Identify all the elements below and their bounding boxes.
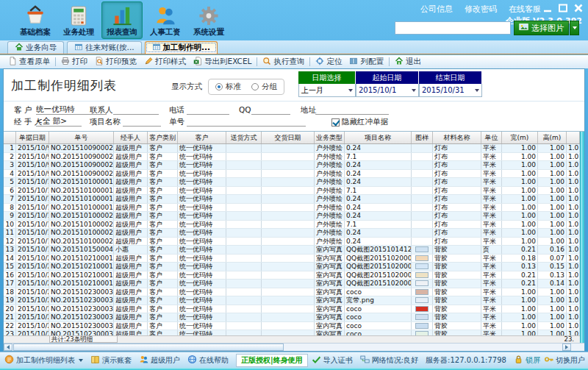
- scroll-right-arrow[interactable]: [562, 344, 571, 351]
- table-row[interactable]: 52015/10/10NO.201510100001超级用户客户统一优玛特户外喷…: [4, 178, 584, 187]
- date-dropdown-1[interactable]: 上一月: [298, 84, 356, 97]
- table-row[interactable]: 132015/10/15NO.201510150004小惠客户统一优玛特室内写真…: [4, 246, 584, 255]
- date-dropdown-2[interactable]: 2015/10/1: [356, 84, 419, 97]
- toolbar-button-5[interactable]: 导出到EXCEL: [190, 56, 255, 68]
- toolbar-button-4[interactable]: 打印样式: [140, 56, 190, 68]
- statusbar-item-7[interactable]: 网络情况:良好: [360, 355, 418, 366]
- tab-2[interactable]: 往来对账(按...: [67, 41, 142, 54]
- titlebar-link-3[interactable]: 在线客服: [509, 4, 541, 15]
- statusbar-item-4[interactable]: 在线帮助: [187, 355, 229, 366]
- table-row[interactable]: 72015/10/10NO.201510100001超级用户客户统一优玛特户外喷…: [4, 195, 584, 204]
- grid-cell: 背胶: [433, 330, 481, 335]
- table-row[interactable]: 22015/10/9NO.201510090002超级用户客户统一优玛特户外喷绘…: [4, 153, 584, 162]
- table-row[interactable]: 42015/10/9NO.201510090002超级用户客户统一优玛特户外喷绘…: [4, 170, 584, 179]
- grid-header-cell[interactable]: [567, 132, 580, 143]
- nav-item-2[interactable]: 业务处理: [58, 1, 99, 39]
- filter-input[interactable]: <全 部>: [36, 116, 82, 127]
- table-row[interactable]: 172015/10/21NO.201510210001超级用户客户统一优玛特室内…: [4, 280, 584, 288]
- grid-cell: 客户: [148, 144, 178, 152]
- toolbar-button-9[interactable]: 退出: [391, 56, 425, 68]
- grid-header-cell[interactable]: 图样: [412, 132, 433, 143]
- toolbar-button-2[interactable]: 打印: [57, 56, 91, 68]
- toolbar-button-1[interactable]: 查看原单: [4, 56, 54, 68]
- horizontal-scroll-thumb[interactable]: [13, 344, 284, 351]
- table-row[interactable]: 222015/10/23NO.201510230003超级用户客户统一优玛特室内…: [4, 322, 584, 331]
- titlebar-link-2[interactable]: 修改密码: [465, 4, 497, 15]
- grid-header-cell[interactable]: 材料名称: [433, 132, 481, 143]
- table-row[interactable]: 112015/10/10NO.201510100002超级用户客户统一优玛特户外…: [4, 229, 584, 238]
- grid-header-cell[interactable]: 客户类别: [148, 132, 178, 143]
- statusbar-item-1[interactable]: 加工制作明细列表: [4, 355, 83, 366]
- table-row[interactable]: 142015/10/21NO.201510210001超级用户客户统一优玛特室内…: [4, 255, 584, 263]
- filter-input[interactable]: [123, 116, 161, 127]
- grid-header-cell[interactable]: [4, 132, 16, 143]
- grid-header-cell[interactable]: 客户: [178, 132, 226, 143]
- table-row[interactable]: 32015/10/9NO.201510090002超级用户客户统一优玛特户外喷绘…: [4, 161, 584, 170]
- table-row[interactable]: 92015/10/10NO.201510100002超级用户客户统一优玛特户外喷…: [4, 212, 584, 221]
- grid-cell: 2015/10/23: [16, 313, 49, 321]
- statusbar-item-3[interactable]: 超级用户: [139, 355, 180, 366]
- hide-red-checkbox[interactable]: 隐藏红冲单据: [331, 117, 388, 127]
- titlebar-link-1[interactable]: 公司信息: [420, 4, 453, 15]
- table-row[interactable]: 82015/10/10NO.201510100001超级用户客户统一优玛特户外喷…: [4, 204, 584, 213]
- statusbar-item-10[interactable]: 切换用户: [544, 355, 585, 366]
- tab-3[interactable]: 加工制作明...: [145, 41, 218, 54]
- nav-item-5[interactable]: 系统设置: [188, 1, 229, 39]
- grid-cell: 15: [4, 263, 16, 271]
- display-mode-radio-标准[interactable]: 标准: [215, 82, 241, 92]
- grid-cell: 1: [4, 144, 16, 152]
- grid-header-cell[interactable]: 业务类型: [315, 132, 345, 143]
- table-row[interactable]: 212015/10/23NO.201510230003超级用户客户统一优玛特室内…: [4, 313, 584, 322]
- filter-input[interactable]: [113, 104, 159, 115]
- table-row[interactable]: 12015/10/9NO.201510090002超级用户客户统一优玛特户外喷绘…: [4, 144, 584, 153]
- toolbar-button-3[interactable]: 打印预览: [91, 56, 140, 68]
- table-row[interactable]: 182015/10/23NO.201510230003超级用户客户统一优玛特室内…: [4, 288, 584, 297]
- filter-input[interactable]: [315, 104, 389, 115]
- nav-item-4[interactable]: 人事工资: [145, 1, 186, 39]
- table-row[interactable]: 152015/10/21NO.201510210001超级用户客户统一优玛特室内…: [4, 263, 584, 271]
- grid-cell: 0.07: [538, 255, 567, 263]
- nav-item-1[interactable]: 基础档案: [15, 1, 56, 39]
- filter-input[interactable]: [187, 116, 306, 127]
- table-row[interactable]: 162015/10/21NO.201510210001超级用户客户统一优玛特室内…: [4, 271, 584, 280]
- grid-header-cell[interactable]: 单据日期: [16, 132, 49, 143]
- table-row[interactable]: 62015/10/10NO.201510100001超级用户客户统一优玛特户外喷…: [4, 187, 584, 196]
- table-row[interactable]: 202015/10/23NO.201510230003超级用户客户统一优玛特室内…: [4, 305, 584, 314]
- grid-header-cell[interactable]: 项目名称: [345, 132, 412, 143]
- statusbar-item-6[interactable]: 导入证书: [312, 355, 353, 366]
- table-row[interactable]: 232015/10/23NO.201510230003超级用户客户统一优玛特室内…: [4, 330, 584, 335]
- maximize-button[interactable]: [557, 2, 569, 13]
- statusbar-item-9[interactable]: 锁屏: [514, 355, 540, 366]
- grid-header-cell[interactable]: 单位: [481, 132, 502, 143]
- horizontal-scrollbar[interactable]: [4, 343, 584, 351]
- grid-cell: 平米: [481, 271, 502, 280]
- toolbar-button-6[interactable]: 执行查询: [259, 56, 308, 68]
- statusbar-item-2[interactable]: 演示账套: [90, 355, 132, 366]
- table-row[interactable]: 122015/10/10NO.201510100002超级用户客户统一优玛特户外…: [4, 238, 584, 246]
- nav-item-3[interactable]: 报表查询: [101, 1, 143, 39]
- table-row[interactable]: 102015/10/10NO.201510100002超级用户客户统一优玛特户外…: [4, 221, 584, 230]
- filter-input[interactable]: [187, 104, 229, 115]
- minimize-button[interactable]: [542, 2, 553, 13]
- scroll-left-arrow[interactable]: [4, 344, 12, 351]
- pick-image-dropdown[interactable]: [570, 21, 579, 35]
- statusbar-item-5[interactable]: 正版授权|终身使用: [236, 354, 308, 367]
- date-dropdown-3[interactable]: 2015/10/31: [419, 84, 482, 97]
- image-path-input[interactable]: [395, 21, 511, 35]
- toolbar-button-7[interactable]: 定位: [312, 56, 345, 68]
- table-row[interactable]: 192015/10/23NO.201510230003超级用户客户统一优玛特室内…: [4, 296, 584, 305]
- toolbar-button-8[interactable]: 列配置: [345, 56, 387, 68]
- vertical-scrollbar[interactable]: [580, 132, 584, 343]
- grid-header-cell[interactable]: 经手人: [114, 132, 148, 143]
- grid-header-cell[interactable]: 单号: [49, 132, 114, 143]
- filter-input[interactable]: [251, 104, 290, 115]
- grid-header-cell[interactable]: 交货日期: [262, 132, 315, 143]
- close-button[interactable]: [573, 2, 584, 13]
- grid-header-cell[interactable]: 高(m): [538, 132, 567, 143]
- grid-header-cell[interactable]: 宽(m): [502, 132, 538, 143]
- display-mode-radio-分组[interactable]: 分组: [251, 82, 277, 92]
- statusbar-item-8[interactable]: 服务器:127.0.0.1:7798: [426, 355, 506, 366]
- pick-image-button[interactable]: 选择图片: [514, 21, 569, 35]
- grid-header-cell[interactable]: 送货方式: [226, 132, 262, 143]
- tab-1[interactable]: 业务向导: [7, 41, 64, 54]
